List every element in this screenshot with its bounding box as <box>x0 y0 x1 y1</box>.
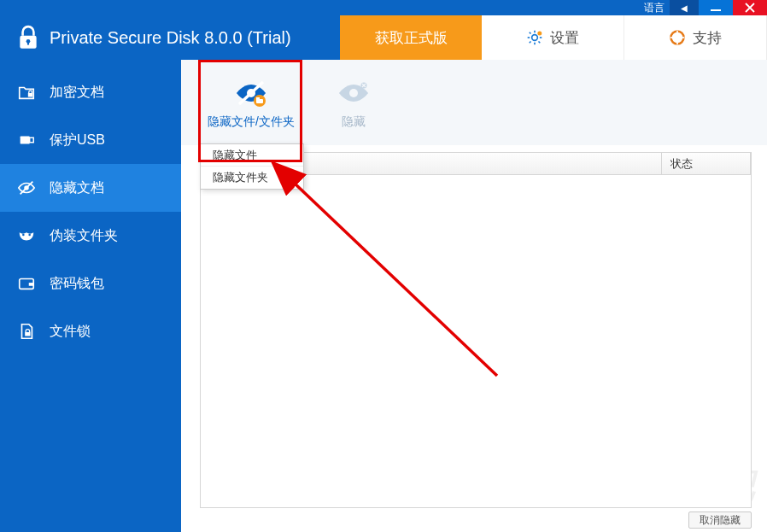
file-lock-icon <box>17 322 36 341</box>
header: Private Secure Disk 8.0.0 (Trial) 获取正式版 … <box>0 15 767 60</box>
sidebar-item-disguise-folder[interactable]: 伪装文件夹 <box>0 212 181 260</box>
sidebar-item-label: 伪装文件夹 <box>50 227 118 245</box>
hide-dropdown-menu: 隐藏文件 隐藏文件夹 <box>200 143 304 190</box>
tool-label: 隐藏 <box>342 114 366 130</box>
language-button[interactable]: ◀ <box>670 0 699 15</box>
svg-line-11 <box>530 42 531 44</box>
sidebar-item-label: 加密文档 <box>50 84 104 102</box>
dropdown-item-label: 隐藏文件夹 <box>213 171 268 184</box>
tab-label: 获取正式版 <box>375 28 448 48</box>
app-title: Private Secure Disk 8.0.0 (Trial) <box>50 28 291 48</box>
header-tabs: 获取正式版 设置 支持 <box>340 15 767 60</box>
svg-rect-20 <box>20 136 30 143</box>
usb-icon <box>17 131 36 149</box>
tool-label: 隐藏文件/文件夹 <box>208 114 295 130</box>
svg-rect-28 <box>25 332 30 336</box>
main-panel: 隐藏文件/文件夹 隐藏 <box>181 60 767 532</box>
sidebar-item-encrypt-docs[interactable]: 加密文档 <box>0 68 181 116</box>
minimize-button[interactable] <box>699 0 733 15</box>
dropdown-item-hide-file[interactable]: 隐藏文件 <box>201 144 303 167</box>
svg-rect-21 <box>30 137 34 143</box>
svg-point-24 <box>22 234 25 237</box>
sidebar-item-label: 文件锁 <box>50 323 91 341</box>
svg-point-14 <box>675 35 681 41</box>
sidebar-item-hide-docs[interactable]: 隐藏文档 <box>0 164 181 212</box>
app-window: 语言 ◀ Private Secure Disk 8.0.0 (Trial) 获… <box>0 0 767 532</box>
language-label: 语言 <box>644 1 665 15</box>
svg-rect-2 <box>27 41 29 44</box>
wallet-icon <box>17 274 36 293</box>
tab-label: 支持 <box>693 28 722 48</box>
sidebar-item-password-wallet[interactable]: 密码钱包 <box>0 260 181 307</box>
column-status[interactable]: 状态 <box>662 153 751 174</box>
gear-icon <box>526 29 543 46</box>
sidebar-item-label: 保护USB <box>50 132 105 149</box>
close-icon <box>745 3 755 13</box>
tool-hide: 隐藏 <box>302 63 405 145</box>
close-button[interactable] <box>733 0 767 15</box>
svg-rect-19 <box>28 93 33 97</box>
svg-point-12 <box>537 32 542 36</box>
minimize-icon <box>711 9 721 11</box>
sidebar-item-label: 隐藏文档 <box>50 179 104 197</box>
tab-get-full-version[interactable]: 获取正式版 <box>340 15 482 60</box>
sidebar-item-file-lock[interactable]: 文件锁 <box>0 307 181 355</box>
dropdown-item-label: 隐藏文件 <box>213 149 257 161</box>
button-label: 取消隐藏 <box>700 513 741 528</box>
dropdown-item-hide-folder[interactable]: 隐藏文件夹 <box>201 167 303 189</box>
svg-line-9 <box>539 42 541 44</box>
lock-icon <box>17 25 39 50</box>
tab-label: 设置 <box>550 28 579 48</box>
sidebar: 加密文档 保护USB 隐藏文档 伪装文件夹 密码钱包 文件锁 <box>0 60 181 532</box>
eye-slash-folder-icon <box>234 79 268 108</box>
svg-line-8 <box>530 32 531 34</box>
sidebar-item-label: 密码钱包 <box>50 275 104 293</box>
toolbar: 隐藏文件/文件夹 隐藏 <box>181 60 767 145</box>
svg-rect-33 <box>256 97 260 100</box>
eye-off-icon <box>337 79 371 108</box>
svg-point-25 <box>28 234 31 237</box>
triangle-left-icon: ◀ <box>681 3 688 13</box>
tab-support[interactable]: 支持 <box>624 15 767 60</box>
table-body[interactable] <box>201 175 751 507</box>
tool-area: 隐藏文件/文件夹 隐藏 <box>181 60 405 145</box>
column-label: 状态 <box>670 156 693 172</box>
sidebar-item-protect-usb[interactable]: 保护USB <box>0 116 181 164</box>
titlebar-strip: 语言 ◀ <box>0 0 767 15</box>
unhide-button[interactable]: 取消隐藏 <box>688 512 752 529</box>
svg-point-34 <box>349 89 358 97</box>
mask-icon <box>17 226 36 245</box>
eye-slash-icon <box>17 178 36 197</box>
svg-point-3 <box>532 35 538 41</box>
file-table: 状态 <box>200 152 752 508</box>
header-left: Private Secure Disk 8.0.0 (Trial) <box>0 15 340 60</box>
body: 加密文档 保护USB 隐藏文档 伪装文件夹 密码钱包 文件锁 <box>0 60 767 532</box>
lifebuoy-icon <box>669 29 686 46</box>
folder-lock-icon <box>17 83 36 102</box>
tab-settings[interactable]: 设置 <box>482 15 624 60</box>
svg-rect-27 <box>29 283 34 286</box>
tool-hide-files-folders[interactable]: 隐藏文件/文件夹 <box>200 63 302 145</box>
